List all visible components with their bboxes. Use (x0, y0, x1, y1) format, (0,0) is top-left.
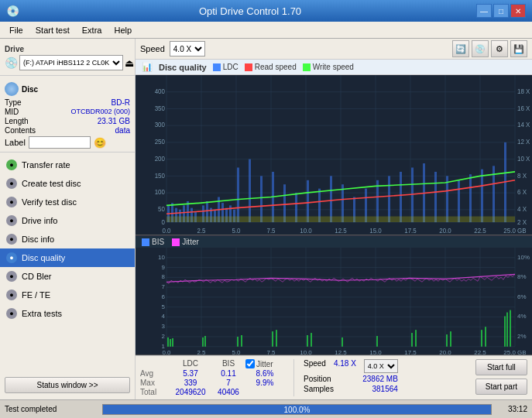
bis-header: BIS (213, 359, 244, 368)
sidebar-item-label: Verify test disc (22, 197, 77, 207)
sidebar-item-cd-bler[interactable]: ● CD Bler (0, 267, 135, 286)
drive-eject-icon[interactable]: ⏏ (125, 57, 134, 69)
legend-write-dot (303, 63, 311, 71)
svg-text:300: 300 (155, 121, 166, 128)
chart-title-icon: 📊 (142, 62, 153, 72)
burn-button[interactable]: 💿 (472, 40, 489, 57)
svg-text:15.0: 15.0 (369, 349, 382, 355)
disc-title: Disc (5, 82, 130, 96)
drive-label: Drive (5, 45, 130, 53)
bottom-chart-header: BIS Jitter (136, 235, 532, 248)
svg-rect-155 (446, 334, 448, 347)
menu-start-test[interactable]: Start test (29, 24, 76, 36)
ldc-header: LDC (170, 359, 211, 368)
svg-text:50: 50 (158, 205, 165, 213)
svg-text:2.5: 2.5 (197, 227, 205, 235)
svg-marker-91 (166, 217, 515, 223)
svg-text:2: 2 (162, 333, 165, 340)
content-area: Speed 4.0 X 🔄 💿 ⚙ 💾 📊 Disc quality LDC R… (136, 39, 532, 399)
svg-rect-145 (237, 337, 239, 347)
svg-rect-161 (510, 310, 511, 347)
legend-ldc-dot (213, 63, 221, 71)
refresh-button[interactable]: 🔄 (452, 40, 469, 57)
svg-rect-80 (388, 176, 390, 222)
stats-row: LDC BIS Jitter Avg 5.37 0.11 8.6% Max 33… (136, 355, 532, 399)
disc-section: Disc Type BD-R MID OTCBDR002 (000) Lengt… (0, 79, 135, 152)
svg-text:10 X: 10 X (517, 154, 530, 162)
disc-label-icon[interactable]: 😊 (94, 137, 106, 149)
jitter-check-row: Jitter (245, 359, 273, 368)
nav-dot-fe: ● (6, 290, 17, 300)
sidebar-item-verify-test[interactable]: ● Verify test disc (0, 193, 135, 211)
nav-dot-drive: ● (6, 215, 17, 226)
svg-text:400: 400 (155, 87, 166, 95)
svg-rect-147 (272, 332, 273, 348)
max-ldc: 339 (170, 379, 211, 387)
svg-rect-86 (458, 180, 460, 222)
position-val: 23862 MB (362, 375, 398, 383)
menu-file[interactable]: File (3, 24, 29, 36)
chart-title: Disc quality (159, 63, 207, 72)
legend-bis: BIS (142, 238, 164, 246)
main-layout: Drive 💿 (F:) ATAPI iHBS112 2 CL0K ⏏ Disc… (0, 39, 532, 399)
svg-text:0.0: 0.0 (162, 227, 170, 235)
max-label: Max (140, 379, 168, 387)
svg-text:18 X: 18 X (517, 87, 530, 95)
time-label: 33:12 (496, 405, 527, 413)
svg-text:17.5: 17.5 (404, 227, 417, 235)
sidebar-item-extra-tests[interactable]: ● Extra tests (0, 304, 135, 323)
sidebar-item-disc-info[interactable]: ● Disc info (0, 230, 135, 248)
sidebar-item-transfer-rate[interactable]: ● Transfer rate (0, 156, 135, 174)
sidebar-item-label: FE / TE (22, 290, 50, 300)
svg-rect-149 (307, 335, 308, 347)
svg-text:10: 10 (158, 254, 165, 261)
jitter-checkbox[interactable] (245, 359, 255, 368)
svg-text:7.5: 7.5 (266, 349, 276, 355)
svg-text:4 X: 4 X (517, 205, 527, 213)
charts-container: 400 350 300 250 200 150 100 50 0 18 X 16… (136, 75, 532, 355)
svg-rect-146 (241, 335, 242, 347)
close-button[interactable]: ✕ (510, 4, 526, 18)
svg-text:4%: 4% (517, 314, 527, 320)
svg-rect-67 (237, 167, 239, 222)
minimize-button[interactable]: — (476, 4, 492, 18)
chart-header: 📊 Disc quality LDC Read speed Write spee… (136, 60, 532, 75)
start-part-button[interactable]: Start part (475, 379, 527, 395)
nav-dot-quality: ● (6, 252, 17, 263)
maximize-button[interactable]: □ (493, 4, 509, 18)
menu-extra[interactable]: Extra (76, 24, 108, 36)
drive-select-row: 💿 (F:) ATAPI iHBS112 2 CL0K ⏏ (5, 55, 130, 70)
total-ldc: 2049620 (170, 388, 211, 396)
settings-button[interactable]: ⚙ (491, 40, 508, 57)
speed-row: Speed 4.0 X 🔄 💿 ⚙ 💾 (136, 39, 532, 60)
svg-rect-151 (342, 337, 343, 347)
app-icon: 💿 (6, 5, 19, 17)
status-text: Test completed (5, 405, 98, 413)
svg-rect-150 (311, 333, 312, 347)
svg-rect-140 (167, 337, 169, 347)
speed-info-select[interactable]: 4.0 X (364, 359, 398, 373)
svg-text:10.0: 10.0 (300, 227, 312, 235)
svg-text:8 X: 8 X (517, 171, 527, 179)
speed-select[interactable]: 4.0 X (170, 41, 205, 57)
position-row: Position 23862 MB (304, 375, 398, 383)
samples-label: Samples (304, 385, 334, 393)
sidebar-item-fe-te[interactable]: ● FE / TE (0, 286, 135, 304)
sidebar-item-drive-info[interactable]: ● Drive info (0, 211, 135, 230)
svg-rect-157 (481, 331, 482, 348)
sidebar: Drive 💿 (F:) ATAPI iHBS112 2 CL0K ⏏ Disc… (0, 39, 136, 399)
svg-rect-68 (249, 159, 251, 222)
start-full-button[interactable]: Start full (475, 359, 527, 375)
save-button[interactable]: 💾 (510, 40, 527, 57)
sidebar-item-disc-quality[interactable]: ● Disc quality (0, 248, 135, 267)
svg-text:10.0: 10.0 (300, 349, 312, 355)
svg-text:0: 0 (162, 218, 166, 226)
disc-label-input[interactable] (29, 136, 91, 149)
menu-help[interactable]: Help (108, 24, 138, 36)
drive-select[interactable]: (F:) ATAPI iHBS112 2 CL0K (19, 55, 123, 70)
sidebar-item-create-test[interactable]: ● Create test disc (0, 174, 135, 193)
nav-dot-extra: ● (6, 308, 17, 319)
nav-dot-create: ● (6, 178, 17, 189)
status-window-button[interactable]: Status window >> (5, 377, 130, 393)
nav-dot-verify: ● (6, 197, 17, 207)
